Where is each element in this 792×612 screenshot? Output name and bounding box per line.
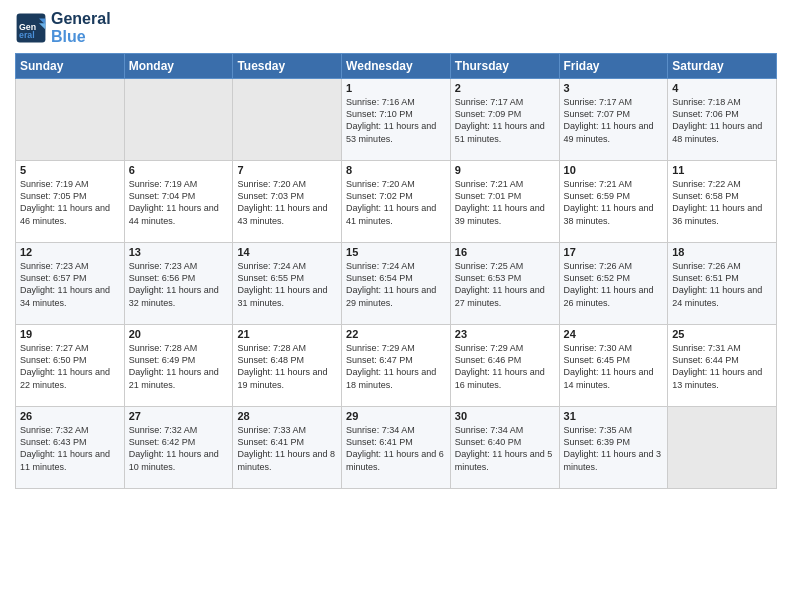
day-number: 28 xyxy=(237,410,337,422)
day-cell: 2 Sunrise: 7:17 AMSunset: 7:09 PMDayligh… xyxy=(450,79,559,161)
day-content: Sunrise: 7:20 AMSunset: 7:02 PMDaylight:… xyxy=(346,178,446,227)
day-number: 27 xyxy=(129,410,229,422)
day-cell: 18 Sunrise: 7:26 AMSunset: 6:51 PMDaylig… xyxy=(668,243,777,325)
day-content: Sunrise: 7:31 AMSunset: 6:44 PMDaylight:… xyxy=(672,342,772,391)
day-header-monday: Monday xyxy=(124,54,233,79)
svg-text:eral: eral xyxy=(19,30,35,40)
day-content: Sunrise: 7:30 AMSunset: 6:45 PMDaylight:… xyxy=(564,342,664,391)
day-cell: 4 Sunrise: 7:18 AMSunset: 7:06 PMDayligh… xyxy=(668,79,777,161)
day-cell: 16 Sunrise: 7:25 AMSunset: 6:53 PMDaylig… xyxy=(450,243,559,325)
day-number: 6 xyxy=(129,164,229,176)
day-cell: 27 Sunrise: 7:32 AMSunset: 6:42 PMDaylig… xyxy=(124,407,233,489)
day-content: Sunrise: 7:22 AMSunset: 6:58 PMDaylight:… xyxy=(672,178,772,227)
calendar-container: Gen eral General Blue SundayMondayTuesda… xyxy=(0,0,792,499)
day-number: 25 xyxy=(672,328,772,340)
day-number: 3 xyxy=(564,82,664,94)
day-cell xyxy=(124,79,233,161)
day-content: Sunrise: 7:23 AMSunset: 6:57 PMDaylight:… xyxy=(20,260,120,309)
day-content: Sunrise: 7:17 AMSunset: 7:09 PMDaylight:… xyxy=(455,96,555,145)
day-cell: 13 Sunrise: 7:23 AMSunset: 6:56 PMDaylig… xyxy=(124,243,233,325)
day-cell: 30 Sunrise: 7:34 AMSunset: 6:40 PMDaylig… xyxy=(450,407,559,489)
day-number: 5 xyxy=(20,164,120,176)
day-content: Sunrise: 7:33 AMSunset: 6:41 PMDaylight:… xyxy=(237,424,337,473)
day-number: 29 xyxy=(346,410,446,422)
day-content: Sunrise: 7:27 AMSunset: 6:50 PMDaylight:… xyxy=(20,342,120,391)
day-number: 9 xyxy=(455,164,555,176)
day-cell: 22 Sunrise: 7:29 AMSunset: 6:47 PMDaylig… xyxy=(342,325,451,407)
day-header-sunday: Sunday xyxy=(16,54,125,79)
day-cell: 31 Sunrise: 7:35 AMSunset: 6:39 PMDaylig… xyxy=(559,407,668,489)
day-header-friday: Friday xyxy=(559,54,668,79)
day-cell: 26 Sunrise: 7:32 AMSunset: 6:43 PMDaylig… xyxy=(16,407,125,489)
day-number: 1 xyxy=(346,82,446,94)
day-cell: 23 Sunrise: 7:29 AMSunset: 6:46 PMDaylig… xyxy=(450,325,559,407)
day-cell: 14 Sunrise: 7:24 AMSunset: 6:55 PMDaylig… xyxy=(233,243,342,325)
week-row-2: 5 Sunrise: 7:19 AMSunset: 7:05 PMDayligh… xyxy=(16,161,777,243)
calendar-header: SundayMondayTuesdayWednesdayThursdayFrid… xyxy=(16,54,777,79)
logo-icon: Gen eral xyxy=(15,12,47,44)
day-content: Sunrise: 7:34 AMSunset: 6:41 PMDaylight:… xyxy=(346,424,446,473)
day-content: Sunrise: 7:28 AMSunset: 6:48 PMDaylight:… xyxy=(237,342,337,391)
day-number: 8 xyxy=(346,164,446,176)
day-number: 14 xyxy=(237,246,337,258)
day-content: Sunrise: 7:24 AMSunset: 6:54 PMDaylight:… xyxy=(346,260,446,309)
day-cell: 11 Sunrise: 7:22 AMSunset: 6:58 PMDaylig… xyxy=(668,161,777,243)
day-content: Sunrise: 7:19 AMSunset: 7:04 PMDaylight:… xyxy=(129,178,229,227)
day-content: Sunrise: 7:26 AMSunset: 6:52 PMDaylight:… xyxy=(564,260,664,309)
logo: Gen eral General Blue xyxy=(15,10,111,45)
day-cell: 21 Sunrise: 7:28 AMSunset: 6:48 PMDaylig… xyxy=(233,325,342,407)
day-cell: 20 Sunrise: 7:28 AMSunset: 6:49 PMDaylig… xyxy=(124,325,233,407)
week-row-5: 26 Sunrise: 7:32 AMSunset: 6:43 PMDaylig… xyxy=(16,407,777,489)
day-number: 21 xyxy=(237,328,337,340)
header: Gen eral General Blue xyxy=(15,10,777,45)
day-number: 11 xyxy=(672,164,772,176)
day-cell: 9 Sunrise: 7:21 AMSunset: 7:01 PMDayligh… xyxy=(450,161,559,243)
calendar-table: SundayMondayTuesdayWednesdayThursdayFrid… xyxy=(15,53,777,489)
day-content: Sunrise: 7:32 AMSunset: 6:43 PMDaylight:… xyxy=(20,424,120,473)
calendar-body: 1 Sunrise: 7:16 AMSunset: 7:10 PMDayligh… xyxy=(16,79,777,489)
day-header-tuesday: Tuesday xyxy=(233,54,342,79)
day-header-thursday: Thursday xyxy=(450,54,559,79)
day-cell: 15 Sunrise: 7:24 AMSunset: 6:54 PMDaylig… xyxy=(342,243,451,325)
day-content: Sunrise: 7:20 AMSunset: 7:03 PMDaylight:… xyxy=(237,178,337,227)
day-content: Sunrise: 7:35 AMSunset: 6:39 PMDaylight:… xyxy=(564,424,664,473)
day-cell: 10 Sunrise: 7:21 AMSunset: 6:59 PMDaylig… xyxy=(559,161,668,243)
day-number: 2 xyxy=(455,82,555,94)
day-number: 26 xyxy=(20,410,120,422)
day-number: 13 xyxy=(129,246,229,258)
day-number: 12 xyxy=(20,246,120,258)
day-cell: 7 Sunrise: 7:20 AMSunset: 7:03 PMDayligh… xyxy=(233,161,342,243)
day-cell: 19 Sunrise: 7:27 AMSunset: 6:50 PMDaylig… xyxy=(16,325,125,407)
day-cell: 24 Sunrise: 7:30 AMSunset: 6:45 PMDaylig… xyxy=(559,325,668,407)
day-number: 23 xyxy=(455,328,555,340)
day-number: 30 xyxy=(455,410,555,422)
day-content: Sunrise: 7:16 AMSunset: 7:10 PMDaylight:… xyxy=(346,96,446,145)
week-row-1: 1 Sunrise: 7:16 AMSunset: 7:10 PMDayligh… xyxy=(16,79,777,161)
day-number: 18 xyxy=(672,246,772,258)
day-content: Sunrise: 7:21 AMSunset: 7:01 PMDaylight:… xyxy=(455,178,555,227)
day-content: Sunrise: 7:25 AMSunset: 6:53 PMDaylight:… xyxy=(455,260,555,309)
day-number: 16 xyxy=(455,246,555,258)
day-cell: 12 Sunrise: 7:23 AMSunset: 6:57 PMDaylig… xyxy=(16,243,125,325)
header-row: SundayMondayTuesdayWednesdayThursdayFrid… xyxy=(16,54,777,79)
day-cell: 5 Sunrise: 7:19 AMSunset: 7:05 PMDayligh… xyxy=(16,161,125,243)
day-cell: 8 Sunrise: 7:20 AMSunset: 7:02 PMDayligh… xyxy=(342,161,451,243)
day-number: 15 xyxy=(346,246,446,258)
day-content: Sunrise: 7:19 AMSunset: 7:05 PMDaylight:… xyxy=(20,178,120,227)
day-content: Sunrise: 7:23 AMSunset: 6:56 PMDaylight:… xyxy=(129,260,229,309)
day-content: Sunrise: 7:17 AMSunset: 7:07 PMDaylight:… xyxy=(564,96,664,145)
day-cell: 17 Sunrise: 7:26 AMSunset: 6:52 PMDaylig… xyxy=(559,243,668,325)
day-number: 4 xyxy=(672,82,772,94)
day-cell xyxy=(668,407,777,489)
day-number: 22 xyxy=(346,328,446,340)
day-content: Sunrise: 7:28 AMSunset: 6:49 PMDaylight:… xyxy=(129,342,229,391)
day-content: Sunrise: 7:32 AMSunset: 6:42 PMDaylight:… xyxy=(129,424,229,473)
day-header-saturday: Saturday xyxy=(668,54,777,79)
day-number: 17 xyxy=(564,246,664,258)
day-number: 7 xyxy=(237,164,337,176)
day-content: Sunrise: 7:26 AMSunset: 6:51 PMDaylight:… xyxy=(672,260,772,309)
day-cell xyxy=(233,79,342,161)
day-cell: 6 Sunrise: 7:19 AMSunset: 7:04 PMDayligh… xyxy=(124,161,233,243)
day-cell: 29 Sunrise: 7:34 AMSunset: 6:41 PMDaylig… xyxy=(342,407,451,489)
day-cell xyxy=(16,79,125,161)
